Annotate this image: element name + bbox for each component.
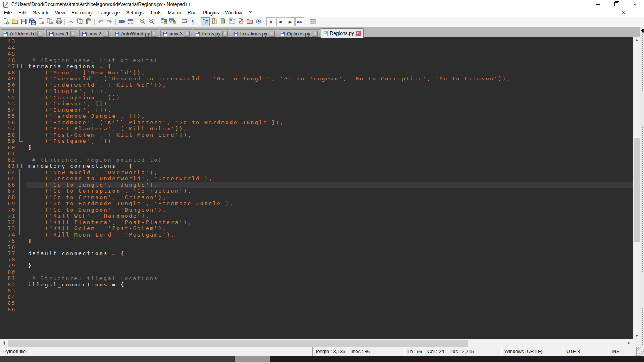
status-encoding[interactable]: UTF-8 — [563, 347, 608, 356]
code-line[interactable]: 43 — [0, 38, 633, 45]
code-line[interactable]: 77default_connections = { — [0, 250, 633, 257]
code-text[interactable]: ('Kill WoF', 'Hardmode'), — [27, 213, 633, 219]
code-text[interactable]: ('New World', 'Overworld'), — [27, 169, 633, 176]
code-line[interactable]: 44 — [0, 45, 633, 51]
open-file-button[interactable] — [10, 17, 19, 26]
code-text[interactable] — [27, 294, 633, 300]
word-wrap-button[interactable] — [180, 17, 189, 26]
code-line[interactable]: 79} — [0, 263, 633, 269]
code-line[interactable]: 80 — [0, 269, 633, 276]
code-text[interactable]: ('Kill Moon Lord', 'Postgame'), — [27, 232, 633, 238]
scroll-left-arrow[interactable] — [0, 339, 8, 347]
sync-horizontal-scroll-button[interactable] — [168, 17, 177, 26]
horizontal-scroll-thumb[interactable] — [8, 340, 468, 347]
code-text[interactable]: # Structure: illegal locations — [27, 275, 633, 282]
code-text[interactable]: ('Postgame', []) — [27, 138, 633, 144]
code-line[interactable]: 52 ('Corruption', []), — [0, 95, 633, 101]
cut-button[interactable]: ✂ — [66, 17, 75, 26]
copy-button[interactable] — [75, 17, 84, 26]
menu-item-encoding[interactable]: Encoding — [68, 9, 95, 16]
paste-button[interactable] — [84, 17, 93, 26]
tab-items-py[interactable]: Items.py✕ — [193, 29, 230, 38]
tab-close-icon[interactable]: ✕ — [37, 31, 43, 37]
status-eol-format[interactable]: Windows (CR LF) — [501, 347, 563, 356]
tab-close-icon[interactable]: ✕ — [184, 31, 190, 37]
macro-run-multiple-button[interactable]: ▶▶ — [295, 17, 304, 26]
tab-close-icon[interactable]: ✕ — [356, 31, 361, 36]
show-all-characters-button[interactable]: ¶ — [189, 17, 198, 26]
code-line[interactable]: 82illegal_connections = { — [0, 282, 633, 288]
code-line[interactable]: 59 ('Postgame', []) — [0, 138, 633, 144]
close-button[interactable]: × — [625, 0, 644, 9]
menu-item-tools[interactable]: Tools — [147, 9, 165, 16]
scroll-up-arrow[interactable] — [633, 37, 640, 44]
code-line[interactable]: 74 ('Kill Moon Lord', 'Postgame'), — [0, 232, 633, 238]
code-line[interactable]: 72 ('Kill Plantera', 'Post-Plantera'), — [0, 219, 633, 226]
document-list-button[interactable] — [227, 17, 236, 26]
code-text[interactable]: ('Descend to Underworld', 'Underworld'), — [27, 175, 633, 182]
sync-vertical-scroll-button[interactable] — [159, 17, 168, 26]
menu-item-settings[interactable]: Settings — [123, 9, 147, 16]
menu-item-macro[interactable]: Macro — [165, 9, 184, 16]
tab-options-py[interactable]: Options.py✕ — [278, 29, 320, 38]
code-text[interactable]: ('Kill Plantera', 'Post-Plantera'), — [27, 219, 633, 226]
minimize-button[interactable] — [588, 0, 607, 9]
save-button[interactable] — [19, 17, 28, 26]
code-text[interactable]: # (Entrance, region pointed to) — [27, 157, 633, 163]
code-text[interactable] — [27, 51, 633, 57]
tab-close-icon[interactable]: ✕ — [151, 31, 157, 37]
code-text[interactable]: ('Hardmode', ['Kill Plantera', 'Go to Ha… — [27, 119, 633, 126]
code-line[interactable]: 65 ('Descend to Underworld', 'Underworld… — [0, 175, 633, 182]
view-monitor-button[interactable] — [254, 17, 263, 26]
menu-item-[interactable]: ? — [246, 9, 255, 16]
close-button[interactable] — [37, 17, 45, 26]
status-insert-mode[interactable]: INS — [608, 347, 636, 356]
code-text[interactable]: ('Go to Hardmode Jungle', 'Hardmode Jung… — [27, 200, 633, 207]
tab-close-icon[interactable]: ✕ — [312, 31, 318, 37]
code-text[interactable]: ('Go to Jungle', 'Jungle'), — [27, 182, 633, 188]
code-line[interactable]: 46# (Region name, list of exits) — [0, 57, 633, 64]
code-line[interactable]: 54 ('Dungeon', []), — [0, 107, 633, 113]
code-text[interactable]: } — [27, 263, 633, 269]
title-bar[interactable]: C:\Users\Dood\Documents\tmp\Archipelago\… — [0, 0, 644, 9]
code-text[interactable]: ('Underworld', ['Kill WoF']), — [27, 82, 633, 88]
tab-regions-py[interactable]: Regions.py✕ — [321, 28, 364, 38]
code-line[interactable]: 81# Structure: illegal locations — [0, 275, 633, 282]
tab-ap-ideas-txt[interactable]: AP Ideas.txt✕ — [1, 29, 45, 38]
code-line[interactable]: 66 ('Go to Jungle', 'Jungle'), — [0, 182, 633, 188]
menu-item-plugins[interactable]: Plugins — [200, 9, 222, 16]
tab-close-icon[interactable]: ✕ — [269, 31, 275, 37]
print-button[interactable] — [54, 17, 63, 26]
code-text[interactable]: terraria_regions = [ — [27, 63, 633, 70]
code-text[interactable]: # (Region name, list of exits) — [27, 57, 633, 64]
code-text[interactable] — [27, 244, 633, 251]
find-button[interactable] — [117, 17, 126, 26]
code-text[interactable] — [27, 150, 633, 157]
macro-stop-button[interactable]: ■ — [276, 17, 285, 26]
tab-new-3[interactable]: new 3✕ — [160, 29, 192, 38]
code-line[interactable]: 53 ('Crimson', []), — [0, 101, 633, 107]
close-all-button[interactable] — [45, 17, 54, 26]
edit-marker-button[interactable] — [236, 17, 245, 26]
code-line[interactable]: 50 ('Underworld', ['Kill WoF']), — [0, 82, 633, 88]
code-editor[interactable]: 43444546# (Region name, list of exits)47… — [0, 37, 633, 339]
code-text[interactable] — [27, 45, 633, 51]
code-text[interactable] — [27, 38, 633, 45]
code-text[interactable] — [27, 306, 633, 313]
code-line[interactable]: 62# (Entrance, region pointed to) — [0, 157, 633, 163]
code-line[interactable]: 86 — [0, 306, 633, 313]
restore-button[interactable] — [607, 0, 625, 9]
horizontal-scrollbar[interactable] — [0, 339, 633, 347]
new-file-button[interactable] — [1, 17, 10, 26]
zoom-in-button[interactable] — [138, 17, 147, 26]
code-line[interactable]: 58 ('Post-Golem', ['Kill Moon Lord']), — [0, 132, 633, 138]
panel-splitter[interactable] — [640, 27, 644, 347]
code-text[interactable]: ('Hardmode Jungle', []), — [27, 113, 633, 119]
menu-item-view[interactable]: View — [52, 9, 68, 16]
code-text[interactable]: ('Corruption', []), — [27, 95, 633, 101]
code-text[interactable]: ('Go to Crimson', 'Crimson'), — [27, 194, 633, 201]
code-line[interactable]: 69 ('Go to Hardmode Jungle', 'Hardmode J… — [0, 200, 633, 207]
code-line[interactable]: 83 — [0, 288, 633, 294]
zoom-out-button[interactable] — [147, 17, 156, 26]
menu-item-window[interactable]: Window — [222, 9, 246, 16]
